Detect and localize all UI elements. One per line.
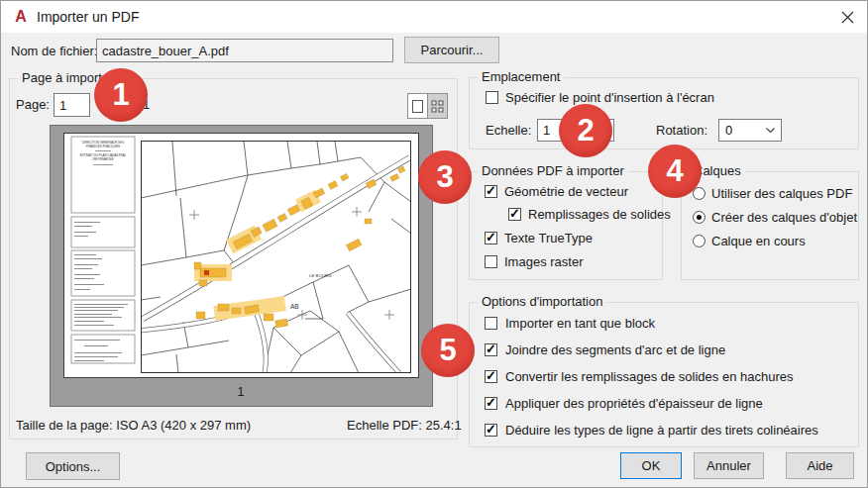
browse-button-label: Parcourir... [421,43,484,57]
checkbox-solid-fills-label: Remplissages de solides [528,208,671,222]
cancel-button[interactable]: Annuler [694,452,764,479]
ok-button[interactable]: OK [620,452,682,479]
ok-button-label: OK [642,458,661,473]
emplacement-group: Emplacement Spécifier le point d'inserti… [469,77,859,149]
page-to-import-group: Page à importer Page: Total: 1 [9,78,458,439]
rotation-label: Rotation: [656,124,707,138]
pdf-data-group: Données PDF à importer Géométrie de vect… [469,171,663,280]
emplacement-group-title: Emplacement [478,69,564,85]
help-button[interactable]: Aide [786,452,854,479]
checkbox-infer-linetypes[interactable] [485,424,497,437]
file-name-label: Nom de fichier: [11,45,97,58]
preview-view-toggle [407,93,448,119]
window-title: Importer un PDF [37,9,139,25]
checkbox-apply-lineweight[interactable] [485,397,497,410]
radio-current-layer[interactable] [693,235,705,247]
pdf-scale-value: 25.4:1 [426,418,462,433]
checkbox-convert-fills-to-hatch[interactable] [485,370,497,383]
checkbox-join-segments-label: Joindre des segments d'arc et de ligne [505,343,725,357]
pdf-preview-thumbnail: DIRECTION GENERALE DES FINANCES PUBLIQUE… [50,125,433,407]
checkbox-convert-fills-to-hatch-label: Convertir les remplissages de solides en… [505,370,793,384]
preview-header-line2: FINANCES PUBLIQUES [86,145,120,148]
radio-use-pdf-layers-label: Utiliser des calques PDF [711,187,852,201]
page-size-value: ISO A3 (420 x 297 mm) [116,418,251,433]
browse-button[interactable]: Parcourir... [404,37,499,63]
pdf-scale-label: Echelle PDF: [347,418,422,433]
options-button[interactable]: Options... [26,452,120,480]
title-bar: A Importer un PDF [1,1,867,33]
page-label: Page: [16,98,50,112]
checkbox-truetype-text[interactable] [485,232,497,244]
checkbox-import-as-block[interactable] [485,317,497,330]
help-button-label: Aide [807,458,832,473]
grid-pages-icon [431,100,444,113]
annotation-badge-2: 2 [559,104,612,157]
single-page-view-button[interactable] [407,93,428,119]
options-button-label: Options... [46,459,101,474]
map-label-ab: AB [290,303,299,310]
map-label-le-bourg: LE BOURG [309,273,332,278]
rotation-select[interactable]: 0 [718,119,782,142]
checkbox-raster-images[interactable] [485,255,497,268]
close-icon[interactable] [837,7,857,27]
rotation-value: 0 [725,123,732,138]
checkbox-join-segments[interactable] [485,343,497,356]
page-size-info: Taille de la page: ISO A3 (420 x 297 mm) [16,418,251,433]
checkbox-insertion-point-label: Spécifier le point d'insertion à l'écran [505,91,714,105]
scale-label: Echelle: [486,124,531,138]
checkbox-infer-linetypes-label: Déduire les types de ligne à partir des … [505,424,818,438]
checkbox-vector-geometry[interactable] [485,185,497,198]
chevron-down-icon [766,128,775,134]
import-pdf-dialog: A Importer un PDF Nom de fichier: Parcou… [0,0,868,488]
page-number-input[interactable] [54,93,90,117]
annotation-badge-5: 5 [421,324,475,377]
radio-create-object-layers[interactable] [693,211,705,224]
grid-view-button[interactable] [427,93,448,119]
import-options-group: Options d'importation Importer en tant q… [469,302,859,447]
calques-group: Calques Utiliser des calques PDF Créer d… [681,171,859,280]
pdf-scale-info: Echelle PDF: 25.4:1 [347,418,462,433]
checkbox-vector-geometry-label: Géométrie de vecteur [504,185,628,199]
checkbox-insertion-point[interactable] [486,91,498,104]
checkbox-truetype-text-label: Texte TrueType [504,232,593,245]
checkbox-apply-lineweight-label: Appliquer des propriétés d'épaisseur de … [505,397,763,411]
preview-page-number: 1 [238,385,245,399]
checkbox-solid-fills[interactable] [508,208,521,221]
page-size-label: Taille de la page: [16,418,113,433]
checkbox-import-as-block-label: Importer en tant que block [505,317,655,331]
cancel-button-label: Annuler [706,458,751,473]
annotation-badge-4: 4 [648,145,702,198]
file-name-input[interactable] [96,39,393,62]
import-options-group-title: Options d'importation [478,294,606,310]
radio-current-layer-label: Calque en cours [711,235,806,248]
preview-header-line4: INFORMATISÉ [93,156,114,161]
annotation-badge-3: 3 [418,150,472,204]
pdf-data-group-title: Données PDF à importer [478,163,628,179]
checkbox-raster-images-label: Images raster [504,255,583,269]
radio-create-object-layers-label: Créer des calques d'objet [711,211,857,225]
autocad-icon: A [12,8,30,26]
annotation-badge-1: 1 [94,68,148,122]
single-page-icon [411,99,424,114]
